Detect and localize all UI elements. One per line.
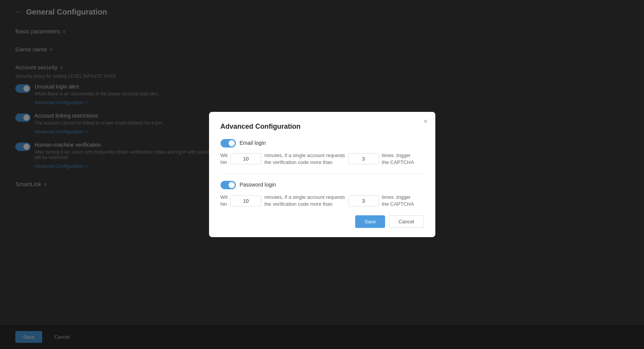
password-login-header: Password login (221, 180, 424, 189)
modal-title: Advanced Configuration (221, 123, 424, 131)
password-login-section: Password login Within minutes, if a sing… (221, 180, 424, 208)
password-login-slider (221, 181, 236, 189)
email-times-input[interactable] (348, 153, 379, 164)
modal-cancel-button[interactable]: Cancel (389, 215, 423, 228)
email-minutes-input[interactable] (231, 153, 261, 164)
email-suffix-text: times ,triggerthe CAPTCHA (382, 152, 414, 166)
password-suffix-text: times ,triggerthe CAPTCHA (382, 194, 414, 208)
modal-footer: Save Cancel (221, 215, 424, 228)
modal-save-button[interactable]: Save (355, 215, 385, 228)
password-times-input[interactable] (348, 195, 379, 206)
password-login-label: Password login (240, 182, 276, 188)
password-middle-text: minutes, if a single account requeststhe… (264, 194, 345, 208)
advanced-config-modal: Advanced Configuration × Email login Wit… (209, 112, 435, 238)
email-login-config-row: Within minutes, if a single account requ… (221, 152, 424, 166)
password-within-prefix: Within (221, 194, 228, 208)
email-login-label: Email login (240, 140, 266, 146)
email-within-prefix: Within (221, 152, 228, 166)
password-login-toggle[interactable] (221, 181, 236, 189)
email-login-toggle[interactable] (221, 139, 236, 147)
modal-divider (221, 174, 424, 174)
modal-overlay: Advanced Configuration × Email login Wit… (0, 0, 644, 349)
email-middle-text: minutes, if a single account requeststhe… (264, 152, 345, 166)
password-login-config-row: Within minutes, if a single account requ… (221, 194, 424, 208)
password-minutes-input[interactable] (231, 195, 261, 206)
modal-close-button[interactable]: × (423, 118, 428, 125)
email-login-section: Email login Within minutes, if a single … (221, 138, 424, 166)
email-login-header: Email login (221, 138, 424, 147)
email-login-slider (221, 139, 236, 147)
